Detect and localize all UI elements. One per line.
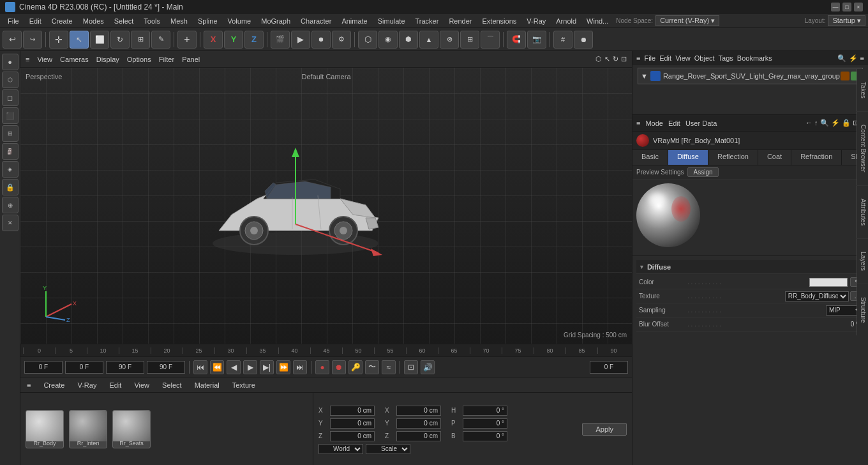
sb-xref[interactable]: ✕ [2,215,19,231]
key-button[interactable]: 🔑 [348,360,363,374]
attr-menu-icon[interactable]: ≡ [636,119,640,127]
menu-layout-value[interactable]: Startup ▾ [828,15,865,26]
axis-x-button[interactable]: X [204,31,223,49]
vtab-layers[interactable]: Layers [857,239,868,284]
current-frame-display[interactable] [590,361,628,374]
frame-end-input1[interactable] [106,361,144,374]
prev-frame-button[interactable]: ⏪ [210,360,224,374]
record-anim-button[interactable]: ⏺ [332,360,346,374]
current-frame-input[interactable] [65,361,103,374]
diffuse-collapse-arrow[interactable]: ▼ [639,264,645,270]
attr-search-icon[interactable]: 🔍 [820,119,829,127]
mat-thumb-seats[interactable]: Rr_Seats [112,410,151,448]
settings-button[interactable]: ⚙ [332,31,351,49]
viewport[interactable]: ≡ View Cameras Display Options Filter Pa… [20,51,632,344]
tab-reflection[interactable]: Reflection [708,150,758,165]
sketch-button[interactable]: ✎ [151,31,170,49]
menu-simulate[interactable]: Simulate [373,16,410,26]
cube-btn[interactable]: ⬡ [358,31,377,49]
coord-x-scale-input[interactable] [396,406,441,416]
coord-p-rot-input[interactable] [463,418,507,429]
obj-browser-bookmarks[interactable]: Bookmarks [737,54,772,62]
viewport-menu-panel[interactable]: Panel [182,56,200,63]
axis-z-button[interactable]: Z [244,31,264,49]
sb-material-mode[interactable]: ◈ [2,161,19,178]
magnet-btn[interactable]: 🧲 [507,31,526,49]
coord-y-scale-input[interactable] [396,418,441,429]
step-back-button[interactable]: ◀ [227,360,241,374]
redo-button[interactable]: ↪ [23,31,42,49]
viewport-icon-3[interactable]: ↻ [613,55,618,63]
menu-extensions[interactable]: Extensions [477,16,521,26]
obj-browser-view[interactable]: View [675,54,691,62]
mat-view[interactable]: View [130,380,153,390]
frame-end-input2[interactable] [147,361,185,374]
menu-tracker[interactable]: Tracker [410,16,444,26]
minimize-button[interactable]: — [831,3,840,11]
menu-mograph[interactable]: MoGraph [256,16,296,26]
tab-basic[interactable]: Basic [632,150,668,165]
sb-axis[interactable]: ⊕ [2,197,19,213]
mat-menu-icon[interactable]: ≡ [23,380,34,390]
axis-y-button[interactable]: Y [224,31,243,49]
menu-file[interactable]: File [3,16,24,26]
viewport-menu-filter[interactable]: Filter [159,56,174,63]
play-button[interactable]: ▶ [291,31,310,49]
attr-back-icon[interactable]: ← [805,119,812,127]
menu-spline[interactable]: Spline [193,16,223,26]
color-swatch[interactable] [809,278,848,287]
play-forward-button[interactable]: ▶ [243,360,257,374]
coord-h-rot-input[interactable] [463,406,507,416]
texture-file-select[interactable]: RR_Body_Diffuse.png [785,291,849,301]
cam-btn[interactable]: 📷 [527,31,546,49]
sb-poly-mode[interactable]: ◻ [2,89,19,106]
obj-browser-menu-icon[interactable]: ≡ [636,54,640,62]
mat-create[interactable]: Create [40,380,68,390]
attr-up-icon[interactable]: ↑ [814,119,818,127]
attr-userdata-label[interactable]: User Data [685,119,717,127]
assign-button[interactable]: Assign [687,167,718,177]
record2-btn[interactable]: ⏺ [574,31,593,49]
attr-lock-icon[interactable]: 🔒 [842,119,851,127]
mat-thumb-interior[interactable]: Rr_Interi [69,410,107,448]
layer-button[interactable]: ⊡ [404,360,418,374]
transform-button[interactable]: ⬜ [90,31,109,49]
viewport-icon-1[interactable]: ⬡ [595,55,602,63]
record-button[interactable]: ⏺ [311,31,331,49]
menu-modes[interactable]: Modes [78,16,109,26]
move-tool-button[interactable]: ✛ [49,31,68,49]
world-dropdown[interactable]: World Object [318,444,363,454]
go-start-button[interactable]: ⏮ [193,360,207,374]
coord-x-pos-input[interactable] [330,406,375,416]
menu-arnold[interactable]: Arnold [551,16,581,26]
menu-edit[interactable]: Edit [24,16,47,26]
scale-dropdown[interactable]: Scale Size [366,444,410,454]
viewport-menu-view[interactable]: View [37,56,52,63]
vtab-content-browser[interactable]: Content Browser [857,112,868,185]
mat-texture[interactable]: Texture [228,380,259,390]
close-button[interactable]: × [854,3,863,11]
obj-browser-object[interactable]: Object [694,54,715,62]
menu-character[interactable]: Character [296,16,336,26]
torus-btn[interactable]: ⊗ [440,31,459,49]
curve-button[interactable]: 〜 [365,360,379,374]
menu-volume[interactable]: Volume [223,16,257,26]
tab-coat[interactable]: Coat [758,150,791,165]
obj-browser-item[interactable]: ▼ Range_Rover_Sport_SUV_Light_Grey_max_v… [638,68,863,84]
menu-select[interactable]: Select [109,16,139,26]
sphere-btn[interactable]: ◉ [378,31,398,49]
sb-point-mode[interactable]: ● [2,54,19,70]
viewport-menu-icon[interactable]: ≡ [26,56,29,63]
tab-refraction[interactable]: Refraction [791,150,842,165]
tab-diffuse[interactable]: Diffuse [668,150,708,165]
rotate-button[interactable]: ↻ [110,31,130,49]
vtab-structure[interactable]: Structure [857,284,868,336]
menu-tools[interactable]: Tools [138,16,165,26]
menu-render[interactable]: Render [444,16,477,26]
menu-create[interactable]: Create [47,16,78,26]
apply-button[interactable]: Apply [582,423,627,436]
cylinder-btn[interactable]: ⬢ [399,31,418,49]
undo-button[interactable]: ↩ [3,31,22,49]
mat-thumb-body[interactable]: Rr_Body [26,410,64,448]
obj-browser-edit[interactable]: Edit [659,54,671,62]
